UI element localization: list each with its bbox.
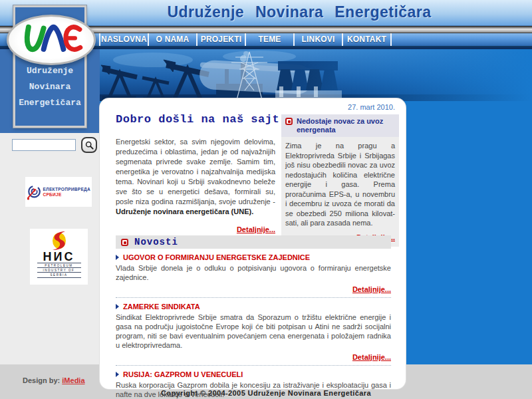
site-title: Udruženje Novinara Energetičara [73,3,525,21]
news-section-title: Novosti [134,237,178,247]
record-icon [285,118,293,125]
news-item-title: UGOVOR O FORMIRANJU ENERGETSKE ZAJEDNICE [123,253,310,262]
featured-news-box: Nedostaje novac za uvoz energenata Zima … [281,114,399,247]
nav-item-linkovi[interactable]: LINKOVI [295,33,343,46]
news-item-text: Ruska korporacija Gazprom dobila je konc… [116,380,391,399]
news-item-title-row[interactable]: RUSIJA: GAZPROM U VENECUELI [116,370,391,379]
news-item: ZAMERKE SINDIKATA Sindikat Elektroprivre… [116,302,391,366]
eps-logo[interactable]: ЕЛЕКТРОПРИВРЕДА СРБИЈЕ [25,177,92,207]
eps-country: СРБИЈЕ [43,192,90,198]
eps-emblem-icon [27,182,41,202]
featured-news-header: Nedostaje novac za uvoz energenata [281,114,399,137]
org-line-3: Energetičara [15,95,84,111]
welcome-more-link[interactable]: Detaljnije... [237,225,275,233]
welcome-text-regular: Energetski sektor, sa svim njegovim delo… [116,138,275,205]
banner-image [100,49,532,101]
welcome-text-bold: Udruženje novinara energetičara (UNE). [116,207,253,215]
news-item-title-row[interactable]: ZAMERKE SINDIKATA [116,302,391,311]
triangle-bullet-icon [116,372,119,377]
news-section-header: Novosti [116,235,391,249]
search-icon [85,141,94,150]
triangle-bullet-icon [116,304,119,309]
nis-subtitle-3: SERBIA [37,272,81,278]
news-section: Novosti UGOVOR O FORMIRANJU ENERGETSKE Z… [116,235,391,399]
une-logo-icon [14,21,88,59]
nis-name: НИС [43,251,75,263]
triangle-bullet-icon [116,255,119,260]
news-item-title-row[interactable]: UGOVOR O FORMIRANJU ENERGETSKE ZAJEDNICE [116,253,391,262]
content-card: 27. mart 2010. Dobro došli na naš sajt E… [100,98,406,389]
nis-flame-icon [48,231,70,251]
design-by-label: Design by: [23,376,60,384]
news-more-link[interactable]: Detaljnije... [352,353,391,361]
design-credit: Design by: iMedia [23,376,85,384]
nav-item-teme[interactable]: TEME [246,33,295,46]
news-item-text: Vlada Srbije donela je o odluku o potpis… [116,263,391,282]
featured-news-title: Nedostaje novac za uvoz energenata [297,117,395,134]
eps-name: ЕЛЕКТРОПРИВРЕДА [43,187,90,192]
nis-subtitle-2: INDUSTRY OF [37,267,81,272]
welcome-text: Energetski sektor, sa svim njegovim delo… [116,137,275,217]
nav-item-naslovna[interactable]: NASLOVNA [100,33,149,46]
une-logo[interactable] [7,15,96,65]
welcome-title: Dobro došli na naš sajt [116,113,279,126]
news-item: UGOVOR O FORMIRANJU ENERGETSKE ZAJEDNICE… [116,253,391,298]
imedia-link[interactable]: iMedia [62,376,84,384]
nav-item-o-nama[interactable]: O NAMA [149,33,198,46]
date-label: 27. mart 2010. [348,103,395,111]
search-button[interactable] [81,137,97,153]
news-item: RUSIJA: GAZPROM U VENECUELI Ruska korpor… [116,370,391,399]
news-item-title: ZAMERKE SINDIKATA [123,302,200,311]
record-icon [121,239,128,246]
nis-subtitle-1: PETROLEUM [37,263,81,267]
nis-logo[interactable]: НИС PETROLEUM INDUSTRY OF SERBIA [30,229,88,285]
news-more-link[interactable]: Detaljnije... [352,285,391,293]
nav-item-projekti[interactable]: PROJEKTI [198,33,246,46]
org-line-2: Novinara [15,79,84,95]
news-item-title: RUSIJA: GAZPROM U VENECUELI [123,370,243,379]
nav-item-kontakt[interactable]: KONTAKT [343,33,392,46]
page: Udruženje Novinara Energetičara NASLOVNA… [0,0,532,399]
featured-news-text: Zima je na pragu a Elektroprivreda Srbij… [281,137,399,230]
search-input[interactable] [12,139,76,151]
news-item-text: Sindikat Elektroprivrede Srbije smatra d… [116,313,391,350]
org-line-1: Udruženje [15,63,84,79]
industrial-banner-illustration [100,49,532,101]
